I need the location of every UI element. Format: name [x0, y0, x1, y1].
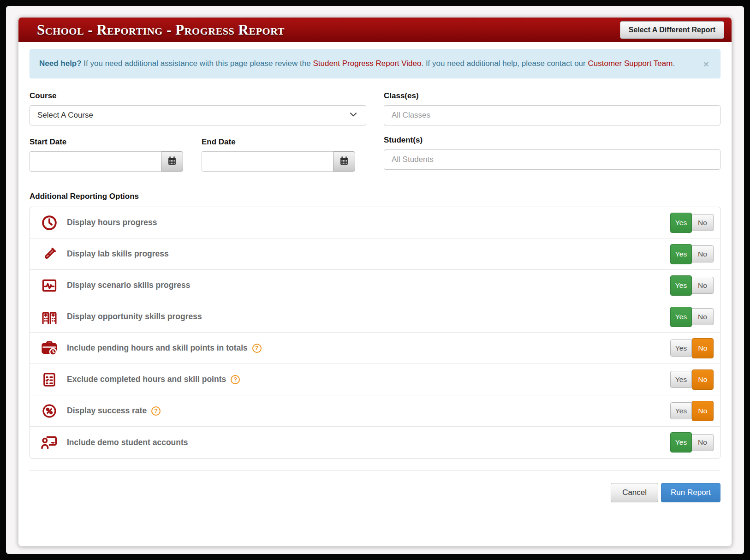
option-row: Include demo student accounts Yes No	[30, 427, 720, 458]
students-label: Student(s)	[384, 136, 720, 145]
option-label: Display hours progress	[67, 218, 157, 227]
yes-no-toggle: Yes No	[670, 213, 714, 233]
yes-button[interactable]: Yes	[670, 275, 692, 296]
no-button[interactable]: No	[692, 214, 714, 231]
help-icon[interactable]: ?	[151, 406, 161, 416]
help-banner-text: Need help? If you need additional assist…	[39, 58, 702, 70]
yes-button[interactable]: Yes	[670, 307, 692, 327]
page-title: School - Reporting - Progress Report	[37, 22, 285, 38]
yes-no-toggle: Yes No	[670, 369, 714, 390]
help-banner-segment: If you need additional assistance with t…	[82, 59, 313, 68]
classes-label: Class(es)	[384, 91, 720, 101]
test-tube-icon	[39, 246, 60, 262]
hospital-buildings-icon	[39, 308, 60, 326]
no-button[interactable]: No	[692, 308, 714, 325]
help-banner-segment: .	[673, 59, 675, 68]
options-panel: Display hours progress Yes No Display la…	[30, 207, 720, 459]
end-date-label: End Date	[202, 137, 355, 147]
no-button[interactable]: No	[692, 434, 714, 451]
select-different-report-button[interactable]: Select A Different Report	[620, 21, 724, 39]
option-row: Display scenario skills progress Yes No	[30, 270, 720, 301]
course-column: Course Select A Course Start Date	[30, 91, 366, 180]
footer-actions: Cancel Run Report	[18, 471, 732, 528]
dates-row: Start Date End Date	[30, 137, 366, 172]
option-row: Exclude completed hours and skill points…	[30, 364, 720, 395]
no-button[interactable]: No	[692, 277, 714, 294]
close-icon[interactable]: ×	[702, 58, 711, 70]
badge-percent-icon	[39, 403, 60, 419]
yes-no-toggle: Yes No	[670, 307, 714, 327]
briefcase-clock-icon	[39, 340, 60, 357]
start-date-input[interactable]	[30, 151, 161, 172]
yes-no-toggle: Yes No	[670, 432, 714, 453]
option-label: Display scenario skills progress	[67, 280, 190, 290]
report-form: Course Select A Course Start Date	[18, 78, 732, 180]
yes-button[interactable]: Yes	[670, 244, 692, 264]
checklist-icon	[39, 371, 60, 388]
calendar-icon	[167, 156, 177, 167]
option-label: Exclude completed hours and skill points	[67, 375, 226, 384]
option-label: Include pending hours and skill points i…	[67, 343, 248, 353]
no-button[interactable]: No	[692, 401, 714, 421]
no-button[interactable]: No	[692, 369, 714, 390]
additional-options-heading: Additional Reporting Options	[30, 192, 720, 201]
course-label: Course	[30, 91, 366, 101]
demo-student-icon	[39, 434, 60, 451]
yes-no-toggle: Yes No	[670, 338, 714, 358]
yes-no-toggle: Yes No	[670, 244, 714, 264]
yes-no-toggle: Yes No	[670, 401, 714, 421]
end-date-input[interactable]	[202, 151, 333, 172]
classes-input[interactable]	[384, 105, 720, 125]
help-banner-lead: Need help?	[39, 59, 82, 68]
run-report-button[interactable]: Run Report	[661, 483, 720, 502]
heart-monitor-icon	[39, 277, 60, 294]
end-date-calendar-button[interactable]	[333, 151, 355, 172]
cancel-button[interactable]: Cancel	[611, 483, 658, 502]
option-row: Display success rate ? Yes No	[30, 395, 720, 427]
end-date-group: End Date	[202, 137, 355, 172]
yes-button[interactable]: Yes	[670, 213, 692, 233]
calendar-icon	[339, 156, 349, 167]
students-input[interactable]	[384, 149, 720, 170]
chevron-down-icon	[348, 109, 358, 122]
start-date-group: Start Date	[30, 137, 183, 172]
customer-support-link[interactable]: Customer Support Team	[588, 59, 673, 68]
help-banner: Need help? If you need additional assist…	[30, 49, 720, 78]
progress-report-video-link[interactable]: Student Progress Report Video	[313, 59, 421, 68]
yes-button[interactable]: Yes	[670, 402, 692, 419]
page-header: School - Reporting - Progress Report Sel…	[18, 18, 732, 42]
yes-button[interactable]: Yes	[670, 371, 692, 388]
course-select[interactable]: Select A Course	[30, 105, 366, 125]
start-date-label: Start Date	[30, 137, 183, 147]
yes-no-toggle: Yes No	[670, 275, 714, 296]
no-button[interactable]: No	[692, 338, 714, 358]
help-icon[interactable]: ?	[252, 344, 262, 353]
report-card: School - Reporting - Progress Report Sel…	[18, 17, 732, 547]
no-button[interactable]: No	[692, 245, 714, 262]
class-student-column: Class(es) Student(s)	[384, 91, 720, 180]
help-icon[interactable]: ?	[231, 375, 240, 384]
clock-icon	[39, 214, 60, 231]
start-date-calendar-button[interactable]	[161, 151, 183, 172]
yes-button[interactable]: Yes	[670, 340, 692, 357]
option-label: Display success rate	[67, 406, 147, 416]
option-label: Include demo student accounts	[67, 438, 188, 447]
option-row: Display opportunity skills progress Yes …	[30, 301, 720, 333]
help-banner-segment: . If you need additional help, please co…	[421, 59, 588, 68]
yes-button[interactable]: Yes	[670, 432, 692, 453]
option-row: Display lab skills progress Yes No	[30, 238, 720, 270]
option-label: Display opportunity skills progress	[67, 312, 202, 322]
page-background: School - Reporting - Progress Report Sel…	[6, 6, 744, 554]
course-selected-value: Select A Course	[37, 111, 93, 120]
option-row: Include pending hours and skill points i…	[30, 333, 720, 364]
option-label: Display lab skills progress	[67, 249, 169, 259]
option-row: Display hours progress Yes No	[30, 207, 720, 238]
